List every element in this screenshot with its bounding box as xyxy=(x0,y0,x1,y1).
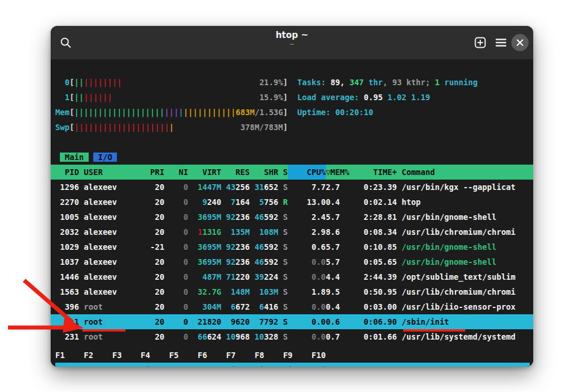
fkey-f2[interactable]: F2Setup xyxy=(83,348,112,363)
tab-io[interactable]: I/O xyxy=(93,153,117,162)
menu-button[interactable] xyxy=(493,35,509,51)
new-tab-button[interactable] xyxy=(472,35,488,51)
col-header-res[interactable]: RES xyxy=(221,165,249,180)
col-header-user[interactable]: USER xyxy=(83,165,150,180)
table-row[interactable]: 1005 alexeev2003695M9223646592S2.45.72:2… xyxy=(55,210,530,224)
table-row-selected[interactable]: 1 root2002182096207792S0.00.60:06.90 /sb… xyxy=(55,314,530,329)
tasks-summary: Tasks: 89, 347 thr, 93 kthr; 1 running xyxy=(297,78,477,87)
col-header-virt[interactable]: VIRT xyxy=(188,165,222,180)
table-header-row: PID USERPRINIVIRTRESSHRSCPU%▽MEM%TIME+ C… xyxy=(55,165,530,180)
tabs-bar: Main I/O xyxy=(55,150,530,165)
uptime: Uptime: 00:20:10 xyxy=(297,108,373,117)
table-row[interactable]: 1563 alexeev20032.7G148M103MS1.89.50:50.… xyxy=(55,284,530,299)
fkey-f9[interactable]: F9Kill xyxy=(283,348,312,363)
col-header-time[interactable]: TIME+ xyxy=(354,165,397,180)
titlebar: htop ~ ~ xyxy=(51,26,533,59)
col-header-pri[interactable]: PRI xyxy=(150,165,165,180)
fkey-f6[interactable]: F6SortBy xyxy=(198,348,226,363)
window-subtitle: ~ xyxy=(276,41,309,48)
table-row[interactable]: 2270 alexeev200924071645756R13.00.40:02.… xyxy=(55,195,530,210)
function-key-bar: F1Help F2Setup F3SearchF4FilterF5Tree F6… xyxy=(55,348,530,363)
window-title-block: htop ~ ~ xyxy=(276,30,309,48)
close-button[interactable] xyxy=(511,34,529,51)
table-row[interactable]: 1029 alexeev-2103695M9223646592S0.65.70:… xyxy=(55,239,530,254)
window-title: htop ~ xyxy=(276,30,309,41)
meter-row-swp: Swp[||||||||||||||||||||| 378M/783M] xyxy=(55,120,530,135)
search-button[interactable] xyxy=(58,35,74,51)
col-header-cmd[interactable]: Command xyxy=(401,165,435,180)
page: { "colors": { "white": "#f2f2f2", "gray"… xyxy=(0,0,581,392)
meter-area: 0[|||||||||| 21.9%] Tasks: 89, 347 thr, … xyxy=(55,75,530,135)
header-spacer xyxy=(79,165,83,180)
col-header-shr[interactable]: SHR xyxy=(250,165,278,180)
fkey-f8[interactable]: F8Nice + xyxy=(255,348,283,363)
table-row[interactable]: 396 root200304M66726416S0.00.40:03.00 /u… xyxy=(55,299,530,314)
fkey-f4[interactable]: F4Filter xyxy=(140,348,169,363)
col-header-s[interactable]: S xyxy=(278,165,287,180)
meter-row-0: 0[|||||||||| 21.9%] Tasks: 89, 347 thr, … xyxy=(55,75,530,90)
htop-terminal: 0[|||||||||| 21.9%] Tasks: 89, 347 thr, … xyxy=(51,59,533,367)
table-row[interactable]: 1446 alexeev200487M7122039224S0.04.42:44… xyxy=(55,269,530,284)
meter-row-mem: Mem[||||||||||||||||||||||||||||||||||68… xyxy=(55,105,530,120)
col-header-pid[interactable]: PID xyxy=(55,165,79,180)
fkey-f1[interactable]: F1Help xyxy=(55,348,83,363)
console-window: htop ~ ~ xyxy=(51,26,533,367)
process-table: 1296 alexeev2001447M4325631652S7.72.70:2… xyxy=(55,180,530,344)
table-row[interactable]: 231 root200666241096810328S0.00.70:01.66… xyxy=(55,329,530,344)
menu-icon xyxy=(495,38,507,47)
fkey-f5[interactable]: F5Tree xyxy=(169,348,198,363)
search-icon xyxy=(59,36,72,49)
col-header-mem[interactable]: ▽MEM% xyxy=(326,165,354,180)
load-average: Load average: 0.95 1.02 1.19 xyxy=(297,93,430,102)
table-row[interactable]: 2032 alexeev2001131G135M108MS2.98.60:08.… xyxy=(55,224,530,239)
table-row[interactable]: 1296 alexeev2001447M4325631652S7.72.70:2… xyxy=(55,180,530,195)
meter-row-1: 1[|||||||| 15.9%] Load average: 0.95 1.0… xyxy=(55,90,530,105)
new-tab-icon xyxy=(473,36,487,50)
close-icon xyxy=(517,39,523,46)
header-spacer xyxy=(397,165,401,180)
col-header-ni[interactable]: NI xyxy=(165,165,188,180)
fkey-f7[interactable]: F7Nice - xyxy=(226,348,255,363)
tab-main[interactable]: Main xyxy=(60,153,88,162)
fkey-f10[interactable]: F10Quit xyxy=(312,348,530,363)
fkey-f3[interactable]: F3Search xyxy=(112,348,140,363)
table-row[interactable]: 1037 alexeev2003695M9223646592S0.05.70:0… xyxy=(55,254,530,269)
blank-line xyxy=(55,135,530,150)
col-header-cpu[interactable]: CPU% xyxy=(288,165,326,180)
